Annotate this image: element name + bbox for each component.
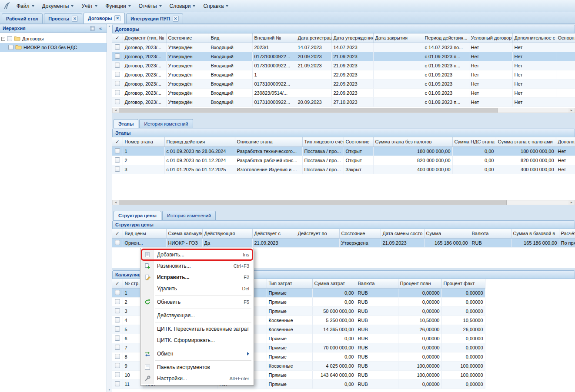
context-menu-item[interactable]: УдалитьDel — [141, 283, 253, 294]
column-header[interactable]: Вид цены — [123, 229, 166, 238]
column-header[interactable]: Дополн... — [556, 137, 575, 146]
column-header[interactable]: Сумма в базовой в — [511, 229, 559, 238]
table-row[interactable]: 1с 01.09.2023 по 28.06.2024Разработка те… — [112, 146, 575, 156]
column-header[interactable]: Дата смены состо — [381, 229, 424, 238]
context-menu-item[interactable]: Действующая... — [141, 310, 253, 321]
column-header[interactable]: Период действия — [164, 137, 235, 146]
subtab[interactable]: Этапы — [114, 119, 138, 128]
table-row[interactable]: Договор, 2023/...УтверждёнВходящий017310… — [112, 61, 575, 70]
column-header[interactable]: Вид — [209, 33, 252, 43]
column-header[interactable]: Тип затрат — [267, 279, 312, 288]
main-tab[interactable]: Договоры✕ — [84, 13, 125, 23]
column-header[interactable]: Дата регистрации — [296, 33, 331, 43]
scroll-left-arrow-icon[interactable]: ◄ — [113, 108, 119, 113]
row-checkbox[interactable] — [115, 354, 120, 359]
row-checkbox[interactable] — [115, 363, 120, 368]
tree-node-checkbox[interactable] — [8, 45, 13, 50]
column-header[interactable]: Валюта — [470, 229, 511, 238]
subtab[interactable]: История изменений — [139, 119, 193, 128]
table-row[interactable]: 2с 01.09.2023 по 01.12.2024Разработка ра… — [112, 156, 575, 165]
column-header[interactable]: Сумма этапа без налогов — [373, 137, 452, 146]
tab-close-icon[interactable]: ✕ — [72, 16, 78, 22]
subtab[interactable]: Структура цены — [114, 211, 161, 220]
scroll-right-arrow-icon[interactable]: ► — [568, 200, 575, 205]
context-menu-item[interactable]: Исправить...F2 — [141, 272, 253, 283]
select-all-column-header[interactable]: ✓ — [112, 137, 123, 146]
column-header[interactable]: Условный договор — [469, 33, 512, 43]
scrollbar-thumb[interactable] — [119, 200, 507, 205]
table-row[interactable]: Договор, 2023/...УтверждёнВходящий017310… — [112, 79, 575, 88]
scroll-right-arrow-icon[interactable]: ► — [568, 108, 575, 113]
context-menu-item[interactable]: ОбновитьF5 — [141, 296, 253, 308]
row-checkbox[interactable] — [115, 63, 120, 68]
subtab[interactable]: История изменений — [162, 211, 216, 220]
select-all-column-header[interactable]: ✓ — [112, 33, 123, 43]
column-header[interactable]: Номер этапа — [123, 137, 164, 146]
column-header[interactable]: Сумма затрат — [312, 279, 356, 288]
column-header[interactable]: Период действия... — [423, 33, 469, 43]
column-header[interactable]: Основн... — [556, 33, 575, 43]
menubar-item[interactable]: Отчёты — [135, 1, 166, 11]
column-header[interactable]: Сумма НДС этапа — [452, 137, 496, 146]
row-checkbox[interactable] — [115, 317, 120, 322]
main-tab[interactable]: Проекты✕ — [44, 13, 82, 23]
menubar-item[interactable]: Словари — [166, 1, 200, 11]
column-header[interactable]: Документ (тип, № — [123, 33, 166, 43]
column-header[interactable]: Дата утверждения — [331, 33, 373, 43]
column-header[interactable]: Дополнительное с — [512, 33, 556, 43]
menubar-item[interactable]: Справка — [199, 1, 232, 11]
row-checkbox[interactable] — [115, 166, 120, 172]
table-row[interactable]: Договор, 2023/...УтверждёнВходящий122.09… — [112, 70, 575, 79]
select-all-column-header[interactable]: ✓ — [112, 229, 123, 238]
grid-view-icon[interactable] — [89, 25, 96, 31]
table-row[interactable]: Договор, 2023/...УтверждёнВходящий017310… — [112, 52, 575, 61]
row-checkbox[interactable] — [115, 372, 120, 377]
column-header[interactable]: Описание этапа — [235, 137, 302, 146]
column-header[interactable]: Действует с — [252, 229, 296, 238]
sidebar-vertical-scrollbar[interactable]: ▲ ▼ — [107, 24, 112, 392]
scroll-down-arrow-icon[interactable]: ▼ — [108, 389, 111, 391]
row-checkbox[interactable] — [115, 44, 120, 50]
tree-node-niokr[interactable]: НИОКР по ГОЗ без НДС — [0, 43, 107, 52]
column-header[interactable]: Схема калькуляци — [166, 229, 202, 238]
context-menu-item[interactable]: Размножить...Ctrl+F3 — [141, 260, 253, 272]
column-header[interactable]: Внешний № — [252, 33, 296, 43]
column-header[interactable]: Дата закрытия — [373, 33, 423, 43]
scroll-up-arrow-icon[interactable]: ▲ — [108, 25, 111, 27]
tab-close-icon[interactable]: ✕ — [114, 15, 120, 21]
row-checkbox[interactable] — [115, 99, 120, 104]
main-tab[interactable]: Инструкции ПУП✕ — [126, 13, 183, 23]
row-checkbox[interactable] — [115, 90, 120, 95]
menubar-item[interactable]: Документы — [38, 1, 78, 11]
table-row[interactable]: Договор, 2023/...УтверждёнВходящий2023/1… — [112, 43, 575, 52]
row-checkbox[interactable] — [115, 290, 120, 295]
contracts-horizontal-scrollbar[interactable]: ◄ ► — [112, 108, 575, 113]
table-row[interactable]: Договор, 2023/...УтверждёнВходящий017310… — [112, 97, 575, 106]
context-menu-item[interactable]: ЦИТК. Сформировать... — [141, 335, 253, 346]
row-checkbox[interactable] — [115, 72, 120, 77]
row-checkbox[interactable] — [115, 345, 120, 350]
expander-minus-icon[interactable]: − — [1, 37, 5, 41]
table-row[interactable]: Ориен...НИОКР - ГОЗДа21.09.2023Утвержден… — [112, 238, 575, 247]
context-menu-item[interactable]: Панель инструментов — [141, 362, 253, 373]
context-menu-item[interactable]: Добавить...Ins — [141, 249, 253, 260]
select-all-column-header[interactable]: ✓ — [112, 279, 123, 288]
column-header[interactable]: Состояние — [339, 229, 381, 238]
row-checkbox[interactable] — [115, 299, 120, 304]
table-row[interactable]: 3с 01.01.2025 по 01.12.2025Изготовление … — [112, 165, 575, 174]
row-checkbox[interactable] — [115, 148, 120, 153]
menubar-item[interactable]: Функции — [101, 1, 134, 11]
column-header[interactable]: Процент план — [398, 279, 441, 288]
column-header[interactable]: Состояние — [166, 33, 209, 43]
row-checkbox[interactable] — [115, 308, 120, 313]
menubar-item[interactable]: Учёт — [77, 1, 101, 11]
stages-horizontal-scrollbar[interactable]: ◄ ► — [112, 200, 575, 205]
table-row[interactable]: Договор, 2023/...УтверждёнВходящий230823… — [112, 88, 575, 97]
row-checkbox[interactable] — [115, 81, 120, 86]
column-header[interactable]: Сумма этапа с налогами — [496, 137, 556, 146]
column-header[interactable]: Тип лицевого счёт — [302, 137, 344, 146]
tree-node-checkbox[interactable] — [7, 36, 12, 41]
collapse-panel-icon[interactable]: « — [97, 25, 104, 31]
row-checkbox[interactable] — [115, 336, 120, 341]
column-header[interactable]: Действует по — [296, 229, 339, 238]
